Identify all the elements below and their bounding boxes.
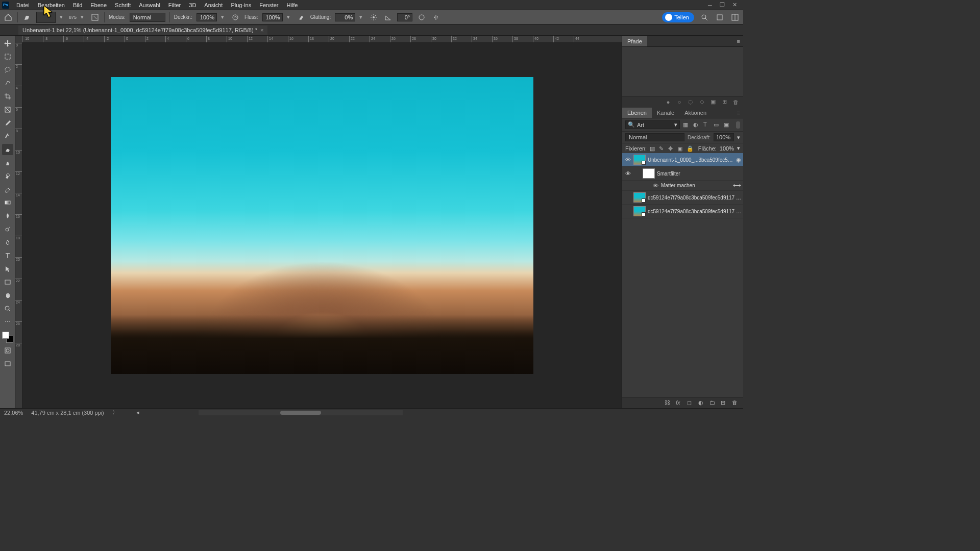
panel-menu-icon[interactable]: ≡ (734, 110, 743, 116)
scroll-left-icon[interactable]: ◂ (136, 409, 139, 416)
new-path-icon[interactable]: ⊞ (721, 98, 728, 106)
move-tool[interactable] (2, 38, 13, 49)
menu-item-auswahl[interactable]: Auswahl (135, 1, 164, 9)
frame-tool[interactable] (2, 104, 13, 115)
paths-panel-body[interactable] (622, 47, 743, 96)
close-tab-button[interactable]: × (260, 27, 263, 33)
fill-path-icon[interactable]: ● (665, 98, 672, 106)
path-selection-tool[interactable] (2, 263, 13, 274)
filter-type-icon[interactable]: T (703, 121, 710, 129)
chevron-down-icon[interactable]: ▾ (81, 14, 86, 20)
paths-tab[interactable]: Pfade (622, 36, 647, 46)
smoothing-input[interactable]: 0% (335, 13, 355, 21)
menu-item-ansicht[interactable]: Ansicht (200, 1, 227, 9)
home-button[interactable] (3, 12, 13, 22)
fill-input[interactable]: 100% (720, 145, 734, 152)
layer-visibility-toggle[interactable]: 👁 (624, 170, 631, 177)
current-tool-icon[interactable] (22, 12, 32, 22)
menu-item-plug-ins[interactable]: Plug-ins (227, 1, 255, 9)
pen-tool[interactable] (2, 237, 13, 248)
healing-brush-tool[interactable] (2, 131, 13, 142)
layers-list[interactable]: 👁Unbenannt-1_0000_...3bca509fec5d9117◉👁S… (622, 153, 743, 397)
layer-thumbnail[interactable] (633, 206, 646, 216)
clone-stamp-tool[interactable] (2, 157, 13, 168)
search-icon[interactable] (699, 12, 709, 22)
canvas-viewport[interactable] (22, 43, 622, 408)
layer-name[interactable]: Smartfilter (657, 171, 741, 177)
lock-position-icon[interactable]: ✥ (668, 145, 674, 152)
dodge-tool[interactable] (2, 223, 13, 235)
share-button[interactable]: Teilen (662, 12, 694, 22)
link-layers-icon[interactable]: ⛓ (665, 399, 672, 407)
layer-row[interactable]: dc59124e7f79a08c3bca509fec5d9117 Kopie 2 (622, 205, 743, 218)
layer-style-icon[interactable]: fx (676, 399, 683, 407)
brush-panel-toggle[interactable] (90, 12, 100, 22)
angle-input[interactable]: 0° (397, 13, 412, 21)
chevron-down-icon[interactable]: ▾ (737, 134, 740, 141)
color-swatches[interactable] (2, 332, 13, 343)
flow-input[interactable]: 100% (262, 13, 283, 21)
adjustment-layer-icon[interactable]: ◐ (698, 399, 705, 407)
panel-tab-aktionen[interactable]: Aktionen (679, 108, 712, 118)
smoothing-options-icon[interactable] (369, 12, 379, 22)
zoom-readout[interactable]: 22,06% (4, 410, 23, 416)
add-mask-icon[interactable]: ▣ (709, 98, 717, 106)
layer-thumbnail[interactable] (633, 192, 646, 203)
lock-all-icon[interactable]: 🔒 (687, 145, 693, 152)
filter-pixel-icon[interactable]: ▦ (683, 121, 690, 129)
quick-selection-tool[interactable] (2, 78, 13, 89)
new-layer-icon[interactable]: ⊞ (721, 399, 728, 407)
layer-row[interactable]: 👁Unbenannt-1_0000_...3bca509fec5d9117◉ (622, 153, 743, 167)
layer-filter-dropdown[interactable]: 🔍 Art ▾ (625, 120, 680, 129)
menu-item-hilfe[interactable]: Hilfe (282, 1, 302, 9)
marquee-tool[interactable] (2, 51, 13, 62)
edit-toolbar-button[interactable]: ⋯ (2, 316, 13, 328)
document-canvas[interactable] (111, 77, 533, 374)
screen-mode-toggle[interactable] (2, 358, 13, 369)
menu-item-3d[interactable]: 3D (185, 1, 200, 9)
panel-menu-icon[interactable]: ≡ (734, 38, 743, 44)
pressure-size-toggle[interactable] (416, 12, 427, 22)
filter-adjustment-icon[interactable]: ◐ (693, 121, 700, 129)
smart-filter-effect-row[interactable]: 👁Matter machen⟷ (622, 181, 743, 191)
menu-item-fenster[interactable]: Fenster (255, 1, 282, 9)
layer-name[interactable]: Matter machen (661, 183, 731, 188)
brush-tool[interactable] (2, 144, 13, 155)
blur-tool[interactable] (2, 210, 13, 221)
path-to-selection-icon[interactable]: ◌ (687, 98, 694, 106)
window-restore-button[interactable]: ❐ (719, 2, 726, 9)
add-mask-icon[interactable]: ◻ (687, 399, 694, 407)
chevron-down-icon[interactable]: ▾ (60, 14, 65, 20)
horizontal-ruler[interactable]: -10-8-6-4-202468101214161820222426283032… (22, 36, 622, 43)
delete-layer-icon[interactable]: 🗑 (732, 399, 739, 407)
blend-mode-dropdown[interactable]: Normal (625, 133, 684, 141)
panel-tab-ebenen[interactable]: Ebenen (622, 108, 652, 118)
lock-transparency-icon[interactable]: ▨ (650, 145, 656, 152)
zoom-tool[interactable] (2, 303, 13, 314)
layer-visibility-toggle[interactable]: 👁 (624, 157, 631, 163)
rectangle-tool[interactable] (2, 277, 13, 288)
menu-item-ebene[interactable]: Ebene (86, 1, 111, 9)
chevron-down-icon[interactable]: ▾ (359, 14, 364, 20)
quick-mask-toggle[interactable] (2, 345, 13, 356)
smart-filter-row[interactable]: 👁Smartfilter (622, 167, 743, 181)
lasso-tool[interactable] (2, 64, 13, 76)
panel-tab-kanäle[interactable]: Kanäle (652, 108, 679, 118)
blend-mode-dropdown[interactable]: Normal (130, 13, 165, 22)
lock-pixels-icon[interactable]: ✎ (659, 145, 665, 152)
eyedropper-tool[interactable] (2, 117, 13, 129)
filter-visibility-toggle[interactable]: 👁 (652, 183, 659, 189)
gradient-tool[interactable] (2, 197, 13, 208)
lock-artboard-icon[interactable]: ▣ (677, 145, 683, 152)
menu-item-datei[interactable]: Datei (12, 1, 34, 9)
opacity-input[interactable]: 100% (197, 13, 217, 21)
type-tool[interactable] (2, 250, 13, 261)
hand-tool[interactable] (2, 290, 13, 301)
filter-blending-options-icon[interactable]: ⟷ (733, 182, 741, 189)
horizontal-scrollbar[interactable] (199, 410, 403, 415)
window-minimize-button[interactable]: ─ (706, 2, 714, 9)
new-group-icon[interactable]: 🗀 (709, 399, 717, 407)
vertical-ruler[interactable]: 0246810121416182022242628 (15, 36, 22, 408)
filter-smartobject-icon[interactable]: ▣ (724, 121, 731, 129)
layer-row[interactable]: dc59124e7f79a08c3bca509fec5d9117 Kopie 3 (622, 191, 743, 205)
